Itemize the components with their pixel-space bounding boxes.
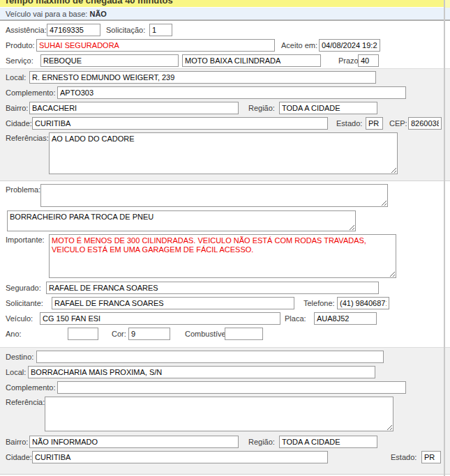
origin-local-row: Local:: [0, 70, 450, 86]
deadline-input[interactable]: [358, 54, 379, 67]
origin-city-row: Cidade: Estado: CEP:: [0, 116, 450, 132]
origin-complement-row: Complemento:: [0, 86, 450, 101]
fuel-label: Combustível:: [185, 330, 230, 338]
assistance-label: Assistência:: [6, 26, 47, 34]
year-color-fuel-row: Ano: Cor: Combustível:: [0, 327, 450, 342]
origin-references-row: Referências: AO LADO DO CADORE: [0, 132, 450, 178]
destination-city-label: Cidade:: [6, 453, 32, 461]
problem-vehicle-section: Problema: BORRACHEIRO PARA TROCA DE PNEU…: [0, 181, 450, 347]
origin-district-label: Bairro:: [6, 104, 28, 112]
origin-zip-input[interactable]: [408, 117, 442, 130]
origin-district-input[interactable]: [29, 102, 239, 114]
problem-description-textarea[interactable]: BORRACHEIRO PARA TROCA DE PNEU: [7, 210, 356, 231]
origin-state-input[interactable]: [366, 117, 383, 130]
service-input[interactable]: [40, 54, 179, 67]
request-number-label: Solicitação:: [106, 26, 145, 34]
insured-row: Segurado:: [0, 281, 450, 296]
insured-label: Segurado:: [6, 284, 41, 292]
max-arrival-time-banner: Tempo máximo de chegada 40 minutos: [0, 0, 450, 8]
origin-complement-label: Complemento:: [6, 89, 56, 97]
problem-textarea[interactable]: [40, 184, 388, 207]
important-textarea[interactable]: MOTO É MENOS DE 300 CILINDRADAS. VEICULO…: [49, 234, 396, 278]
assistance-row: Assistência: Solicitação:: [0, 23, 450, 38]
service-row: Serviço: Prazo:: [0, 54, 450, 69]
problem-row: Problema:: [0, 183, 450, 210]
product-label: Produto:: [6, 41, 35, 49]
requester-input[interactable]: [52, 297, 294, 309]
vehicle-to-base-value: NÃO: [89, 10, 106, 18]
origin-zip-label: CEP:: [389, 119, 407, 128]
destination-complement-label: Complemento:: [6, 383, 56, 392]
destination-local-row: Local:: [0, 365, 450, 381]
destination-complement-input[interactable]: [57, 381, 406, 394]
origin-district-row: Bairro: Região:: [0, 101, 450, 116]
service-label: Serviço:: [6, 56, 33, 65]
destination-input[interactable]: [36, 351, 384, 363]
destination-state-label: Estado:: [391, 453, 417, 461]
origin-address-section: Local: Complemento: Bairro: Região: Cida…: [0, 68, 450, 181]
panel-right-border: [444, 0, 445, 476]
destination-region-label: Região:: [248, 438, 275, 446]
origin-local-input[interactable]: [29, 71, 376, 84]
destination-local-input[interactable]: [28, 366, 375, 378]
plate-input[interactable]: [314, 312, 377, 325]
vehicle-row: Veículo: Placa:: [0, 312, 450, 327]
corner-yellow-patch: [445, 0, 450, 8]
vehicle-to-base-label: Veículo vai para a base:: [6, 10, 87, 18]
origin-state-label: Estado:: [336, 119, 362, 128]
origin-complement-input[interactable]: [57, 86, 406, 99]
product-row: Produto: Aceito em:: [0, 38, 450, 54]
origin-city-input[interactable]: [32, 117, 328, 130]
request-number-input[interactable]: [149, 24, 172, 36]
year-label: Ano:: [6, 330, 22, 338]
destination-district-label: Bairro:: [6, 438, 28, 446]
assistance-input[interactable]: [47, 24, 100, 36]
destination-reference-label: Referência:: [6, 398, 45, 406]
destination-city-input[interactable]: [32, 451, 328, 463]
origin-city-label: Cidade:: [6, 119, 32, 128]
max-arrival-time-text: Tempo máximo de chegada 40 minutos: [4, 0, 450, 6]
origin-region-input[interactable]: [279, 102, 377, 114]
phone-input[interactable]: [337, 297, 389, 309]
product-input[interactable]: [36, 39, 275, 52]
fuel-input[interactable]: [225, 328, 263, 340]
accepted-at-input[interactable]: [319, 39, 380, 52]
phone-label: Telefone:: [303, 299, 335, 307]
requester-row: Solicitante: Telefone:: [0, 296, 450, 312]
destination-row: Destino:: [0, 350, 450, 365]
insured-input[interactable]: [46, 282, 379, 294]
problem-description-row: BORRACHEIRO PARA TROCA DE PNEU: [0, 210, 450, 233]
vehicle-input[interactable]: [40, 312, 280, 325]
problem-label: Problema:: [6, 185, 40, 194]
vehicle-label: Veículo:: [6, 314, 33, 323]
origin-references-label: Referências:: [6, 134, 49, 142]
destination-region-input[interactable]: [279, 436, 377, 448]
color-input[interactable]: [128, 328, 170, 340]
origin-references-textarea[interactable]: AO LADO DO CADORE: [49, 132, 398, 174]
vehicle-to-base-bar: Veículo vai para a base: NÃO: [0, 8, 450, 21]
destination-address-section: Destino: Local: Complemento: Referência:…: [0, 347, 450, 475]
destination-state-input[interactable]: [421, 451, 441, 463]
destination-complement-row: Complemento:: [0, 381, 450, 396]
origin-local-label: Local:: [6, 73, 26, 82]
color-label: Cor:: [112, 330, 126, 338]
destination-district-input[interactable]: [29, 436, 239, 448]
destination-reference-row: Referência:: [0, 396, 450, 435]
destination-city-row: Cidade: Estado:: [0, 450, 450, 466]
plate-label: Placa:: [285, 314, 306, 323]
year-input[interactable]: [68, 328, 98, 340]
service-info-section: Assistência: Solicitação: Produto: Aceit…: [0, 21, 450, 68]
accepted-at-label: Aceito em:: [281, 41, 317, 49]
service-type-input[interactable]: [182, 54, 321, 67]
destination-local-label: Local:: [6, 368, 26, 376]
origin-region-label: Região:: [248, 104, 275, 112]
destination-reference-textarea[interactable]: [45, 397, 393, 431]
important-row: Importante: MOTO É MENOS DE 300 CILINDRA…: [0, 233, 450, 281]
destination-district-row: Bairro: Região:: [0, 435, 450, 450]
important-label: Importante:: [6, 236, 45, 244]
requester-label: Solicitante:: [6, 299, 43, 307]
destination-label: Destino:: [6, 353, 33, 361]
